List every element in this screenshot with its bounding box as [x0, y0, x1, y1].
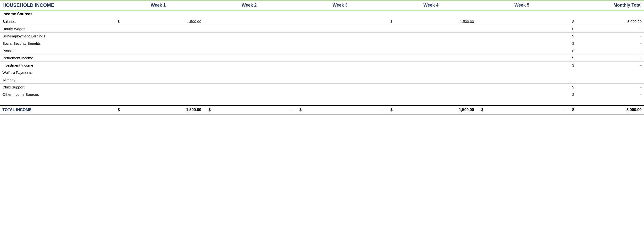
row-week2-value[interactable] — [204, 84, 295, 91]
amount-value: 1,500.00 — [394, 108, 474, 112]
row-week5-value[interactable] — [476, 69, 568, 76]
row-week3-value[interactable] — [295, 62, 386, 69]
row-week5-value[interactable] — [476, 33, 568, 40]
table-row: Alimony — [0, 76, 644, 84]
row-week2-value[interactable] — [204, 18, 295, 25]
row-week4-value[interactable] — [386, 62, 476, 69]
row-week5-value[interactable] — [476, 76, 568, 84]
row-week4-value[interactable] — [386, 91, 476, 98]
dollar-sign: $ — [118, 20, 120, 24]
row-week3-value[interactable] — [295, 33, 386, 40]
row-total-value[interactable]: $- — [567, 62, 644, 69]
row-week4-value[interactable] — [386, 47, 476, 54]
row-week4-value[interactable] — [386, 69, 476, 76]
row-total-value[interactable] — [567, 69, 644, 76]
row-week2-value[interactable] — [204, 40, 295, 47]
total-income-row: TOTAL INCOME$1,500.00$-$-$1,500.00$-$3,0… — [0, 105, 644, 114]
row-week5-value[interactable] — [476, 25, 568, 33]
dollar-sign: $ — [390, 108, 392, 112]
row-week5-value[interactable] — [476, 91, 568, 98]
amount-value: - — [576, 56, 642, 60]
row-week1-value[interactable] — [113, 25, 204, 33]
dollar-sign: $ — [390, 20, 392, 24]
row-label: Social Security Benefits — [0, 40, 113, 47]
row-week5-value[interactable] — [476, 47, 568, 54]
header-week2: Week 2 — [204, 0, 295, 10]
row-week1-value[interactable] — [113, 91, 204, 98]
row-week2-value[interactable] — [204, 47, 295, 54]
dollar-sign: $ — [572, 41, 574, 46]
dollar-sign: $ — [208, 108, 211, 112]
amount-value: 1,500.00 — [122, 108, 201, 112]
row-week2-value[interactable] — [204, 25, 295, 33]
row-week4-value[interactable] — [386, 33, 476, 40]
row-week5-value[interactable] — [476, 62, 568, 69]
row-week5-value[interactable] — [476, 84, 568, 91]
row-week3-value[interactable] — [295, 18, 386, 25]
row-total-value[interactable]: $- — [567, 33, 644, 40]
row-week3-value[interactable] — [295, 91, 386, 98]
row-week2-value[interactable] — [204, 69, 295, 76]
row-week4-value[interactable] — [386, 84, 476, 91]
income-table: HOUSEHOLD INCOME Week 1 Week 2 Week 3 We… — [0, 0, 644, 114]
header-household-income: HOUSEHOLD INCOME — [0, 0, 113, 10]
row-week1-value[interactable] — [113, 84, 204, 91]
row-total-value[interactable]: $- — [567, 40, 644, 47]
row-week3-value[interactable] — [295, 25, 386, 33]
dollar-sign: $ — [118, 108, 120, 112]
row-week1-value[interactable] — [113, 40, 204, 47]
row-week1-value[interactable] — [113, 47, 204, 54]
row-label: Child Support — [0, 84, 113, 91]
row-total-value[interactable]: $- — [567, 47, 644, 54]
dollar-sign: $ — [572, 85, 574, 89]
row-week1-value[interactable] — [113, 62, 204, 69]
row-week1-value[interactable]: $1,500.00 — [113, 18, 204, 25]
row-week3-value[interactable] — [295, 76, 386, 84]
row-week5-value[interactable] — [476, 18, 568, 25]
row-week1-value[interactable] — [113, 54, 204, 62]
table-row: Other Income Sources$- — [0, 91, 644, 98]
row-total-value[interactable]: $- — [567, 91, 644, 98]
row-week2-value[interactable] — [204, 91, 295, 98]
footer-week1-value: $1,500.00 — [113, 105, 204, 114]
row-total-value[interactable]: $3,000.00 — [567, 18, 644, 25]
header-week3: Week 3 — [295, 0, 386, 10]
amount-value: - — [213, 108, 292, 112]
row-total-value[interactable]: $- — [567, 25, 644, 33]
header-week5: Week 5 — [476, 0, 568, 10]
amount-value: - — [576, 85, 642, 89]
row-week5-value[interactable] — [476, 54, 568, 62]
row-week2-value[interactable] — [204, 62, 295, 69]
amount-value: - — [576, 27, 642, 31]
row-week3-value[interactable] — [295, 84, 386, 91]
row-label: Investment Income — [0, 62, 113, 69]
amount-value: - — [576, 34, 642, 38]
row-total-value[interactable] — [567, 76, 644, 84]
row-week3-value[interactable] — [295, 40, 386, 47]
row-week5-value[interactable] — [476, 40, 568, 47]
row-week4-value[interactable] — [386, 76, 476, 84]
row-week1-value[interactable] — [113, 69, 204, 76]
spreadsheet-container: HOUSEHOLD INCOME Week 1 Week 2 Week 3 We… — [0, 0, 644, 226]
row-week3-value[interactable] — [295, 47, 386, 54]
row-week4-value[interactable]: $1,500.00 — [386, 18, 476, 25]
dollar-sign: $ — [572, 108, 574, 112]
row-week2-value[interactable] — [204, 33, 295, 40]
row-week1-value[interactable] — [113, 76, 204, 84]
header-week4: Week 4 — [386, 0, 476, 10]
amount-value: 1,500.00 — [394, 20, 474, 24]
row-total-value[interactable]: $- — [567, 84, 644, 91]
row-label: Pensions — [0, 47, 113, 54]
row-week3-value[interactable] — [295, 69, 386, 76]
row-week2-value[interactable] — [204, 54, 295, 62]
row-week1-value[interactable] — [113, 33, 204, 40]
row-week4-value[interactable] — [386, 25, 476, 33]
row-week2-value[interactable] — [204, 76, 295, 84]
row-week3-value[interactable] — [295, 54, 386, 62]
row-week4-value[interactable] — [386, 40, 476, 47]
dollar-sign: $ — [572, 56, 574, 60]
row-week4-value[interactable] — [386, 54, 476, 62]
header-monthly-total: Monthly Total — [567, 0, 644, 10]
amount-value: - — [576, 49, 642, 53]
row-total-value[interactable]: $- — [567, 54, 644, 62]
